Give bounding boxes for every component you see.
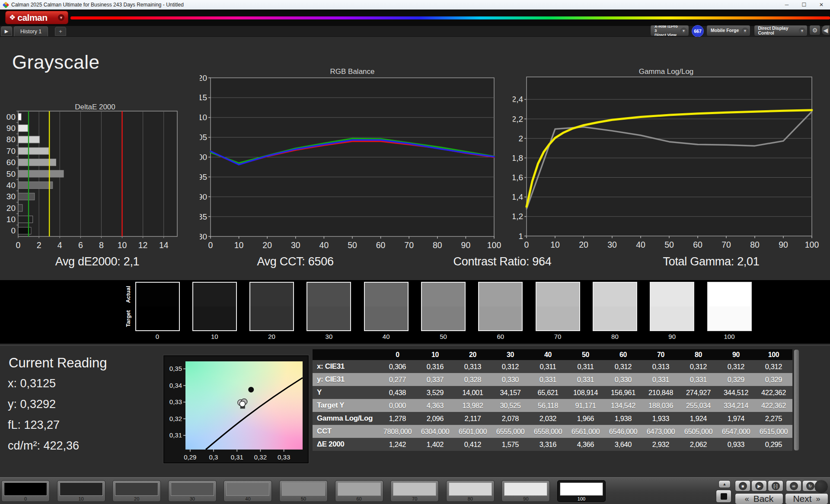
back-button[interactable]: « Back: [735, 493, 783, 504]
pattern-button-40[interactable]: 40: [223, 480, 272, 502]
svg-text:60: 60: [376, 240, 386, 250]
svg-text:60: 60: [6, 158, 16, 167]
pattern-button-10[interactable]: 10: [57, 480, 105, 502]
next-button-label: Next: [793, 494, 811, 504]
pattern-window-button[interactable]: [716, 490, 731, 503]
svg-text:0: 0: [524, 240, 529, 249]
svg-text:20: 20: [262, 240, 272, 250]
pattern-button-30[interactable]: 30: [168, 480, 217, 502]
stop-measure-button[interactable]: ■: [735, 480, 750, 491]
svg-text:8: 8: [99, 240, 104, 250]
svg-text:0,31: 0,31: [231, 453, 243, 461]
svg-text:90: 90: [461, 240, 471, 250]
deltae-chart: DeltaE 2000 0102030405060708090100024681…: [6, 103, 184, 253]
svg-text:0,32: 0,32: [254, 453, 267, 461]
calman-logo-text: calman: [17, 13, 47, 23]
maximize-button[interactable]: ☐: [795, 0, 813, 10]
deltae-bar-70: [18, 147, 49, 154]
play-measure-button[interactable]: ▶: [751, 480, 767, 491]
single-measure-button[interactable]: [·]: [768, 480, 783, 491]
svg-text:2,4: 2,4: [513, 95, 523, 104]
pattern-button-60[interactable]: 60: [335, 480, 383, 502]
calman-menu-button[interactable]: ❖ calman ▼: [5, 11, 68, 24]
svg-text:4: 4: [57, 240, 62, 250]
swatch-60: [478, 282, 523, 331]
current-reading-title: Current Reading: [9, 355, 107, 371]
swatch-0: [135, 282, 180, 331]
display-select-dropdown[interactable]: Direct Display Control ▼: [754, 25, 808, 36]
table-row: x: CIE310,3060,3160,3130,3120,3110,3110,…: [313, 360, 792, 373]
next-button[interactable]: Next »: [785, 493, 828, 504]
swatch-80: [593, 282, 637, 331]
pattern-button-90[interactable]: 90: [501, 480, 550, 502]
svg-text:6: 6: [78, 240, 83, 250]
add-tab-button[interactable]: +: [55, 27, 66, 36]
table-col-50: 50: [567, 349, 604, 360]
pattern-button-50[interactable]: 50: [279, 480, 328, 502]
svg-text:40: 40: [319, 240, 329, 250]
pattern-button-0[interactable]: 0: [1, 480, 50, 502]
meter-status-accent: [651, 26, 652, 36]
table-scrollbar[interactable]: [794, 349, 799, 451]
collapse-toolbar-button[interactable]: ▲: [718, 480, 731, 488]
swatch-label-50: 50: [440, 333, 447, 340]
svg-text:0,32: 0,32: [169, 415, 182, 422]
minimize-button[interactable]: ─: [778, 0, 795, 10]
pattern-label: 40: [224, 496, 271, 501]
pattern-button-100[interactable]: 100: [557, 480, 606, 502]
pattern-button-80[interactable]: 80: [446, 480, 495, 502]
continuous-measure-button[interactable]: ∞: [786, 480, 801, 491]
svg-text:1: 1: [518, 232, 523, 241]
workflow-nav-button[interactable]: ▶: [1, 26, 12, 36]
meter-select-dropdown[interactable]: X-Rite i1Pro 3 Direct View ▼: [650, 25, 689, 36]
current-reading-fl: fL: 123,27: [8, 418, 60, 432]
pattern-button-20[interactable]: 20: [112, 480, 161, 502]
pattern-chip: [560, 482, 603, 496]
pattern-chip: [282, 482, 325, 496]
svg-text:0: 0: [11, 226, 16, 235]
swatch-50: [421, 282, 466, 331]
table-col-60: 60: [604, 349, 642, 360]
svg-text:30: 30: [607, 240, 617, 249]
deltae-bar-10: [18, 216, 33, 223]
pattern-chip: [171, 482, 214, 496]
source-select-dropdown[interactable]: Mobile Forge ▼: [706, 25, 750, 36]
svg-text:80: 80: [750, 240, 760, 249]
svg-text:0,31: 0,31: [169, 431, 182, 439]
source-status-accent: [707, 26, 709, 36]
chevron-down-icon: ▼: [58, 14, 64, 21]
close-button[interactable]: ✕: [813, 0, 830, 10]
calman-app: { "window": {"title": "Calman 2025 Calma…: [0, 0, 830, 504]
svg-text:40: 40: [636, 240, 645, 249]
table-row: Target Y0,0004,36313,98230,52556,11891,1…: [313, 399, 792, 412]
gamma-chart-title: Gamma Log/Log: [513, 67, 820, 76]
svg-text:95: 95: [200, 172, 207, 182]
table-row: y: CIE310,2770,3370,3280,3300,3310,3310,…: [313, 373, 792, 386]
chevron-right-double-icon: »: [816, 494, 820, 504]
tab-history-1[interactable]: History 1: [14, 26, 48, 36]
chevron-left-icon: ◀: [824, 27, 828, 34]
pattern-label: 0: [2, 496, 49, 501]
table-row: Gamma Log/Log1,2782,0962,1172,0782,0321,…: [313, 412, 792, 425]
meter-name: X-Rite i1Pro 3: [654, 25, 680, 33]
stat-contrast-ratio: Contrast Ratio: 964: [453, 255, 552, 268]
swatch-label-60: 60: [497, 333, 504, 340]
svg-text:70: 70: [6, 147, 16, 156]
svg-text:115: 115: [200, 93, 207, 102]
meter-mode: Direct View: [654, 33, 680, 36]
pattern-label: 80: [447, 496, 494, 501]
svg-text:20: 20: [6, 204, 16, 213]
svg-text:14: 14: [159, 240, 169, 250]
back-button-label: Back: [753, 494, 774, 504]
svg-text:0,29: 0,29: [184, 453, 196, 461]
arrow-up-icon: ▲: [723, 482, 727, 486]
meter-count-badge: 667: [692, 25, 704, 37]
settings-button[interactable]: ⚙: [809, 25, 820, 35]
pattern-button-70[interactable]: 70: [390, 480, 439, 502]
main-content: Grayscale DeltaE 2000 010203040506070809…: [0, 37, 830, 477]
svg-text:80: 80: [200, 232, 207, 241]
svg-text:90: 90: [779, 240, 788, 249]
collapse-panel-button[interactable]: ◀: [821, 25, 830, 35]
grayscale-swatch-band: Actual Target 0102030405060708090100: [0, 280, 830, 344]
svg-text:0,34: 0,34: [169, 382, 182, 389]
